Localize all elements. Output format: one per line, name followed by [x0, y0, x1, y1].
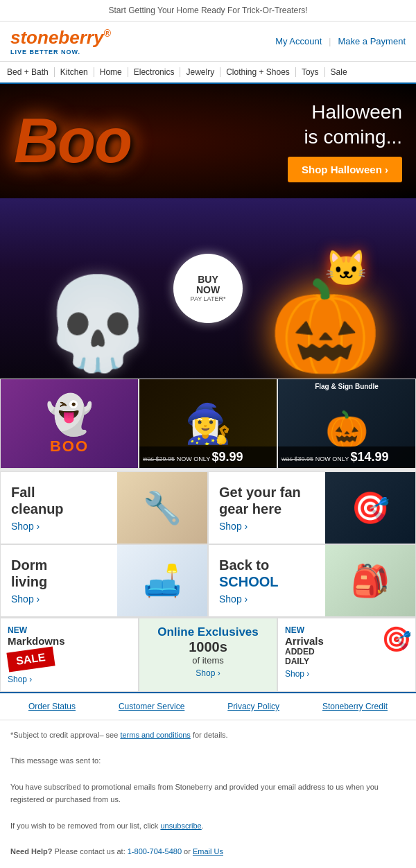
fall-icon: 🔧	[143, 489, 182, 526]
promo-exclusives[interactable]: Online Exclusives 1000s of items Shop ›	[139, 618, 277, 692]
promo-cell-fall[interactable]: Fallcleanup Shop › 🔧	[0, 471, 208, 544]
buy-now-badge: BUY NOW PAY LATER*	[173, 254, 243, 323]
promo-cell-dorm[interactable]: Dormliving Shop › 🛋️	[0, 544, 208, 617]
fan-text: Get your fan gear here Shop ›	[209, 474, 325, 542]
boo-product-label: BOO	[46, 437, 94, 455]
header-links: My Account | Make a Payment	[275, 36, 406, 46]
nav-item-jewelry[interactable]: Jewelry	[180, 67, 220, 77]
footer-links: Order Status Customer Service Privacy Po…	[0, 692, 416, 720]
product-row: 👻 BOO 🧙‍♀️ was $29.95 NOW ONLY $9.99 Fla…	[0, 379, 416, 469]
nav-item-toys[interactable]: Toys	[296, 67, 325, 77]
hero-banner: Boo Halloween is coming... Shop Hallowee…	[0, 84, 416, 198]
witch-emoji: 🧙‍♀️	[184, 401, 232, 446]
remove-text: If you wish to be removed from our list,…	[10, 819, 406, 833]
credit-note: *Subject to credit approval– see terms a…	[10, 729, 406, 742]
fan-title: Get your fan gear here	[219, 484, 315, 517]
buy-now-line1: BUY	[198, 274, 218, 285]
nav-item-clothing[interactable]: Clothing + Shoes	[220, 67, 296, 77]
make-payment-link[interactable]: Make a Payment	[338, 36, 406, 46]
exclusives-shop[interactable]: Shop ›	[146, 668, 270, 678]
fan-shop-link[interactable]: Shop ›	[219, 521, 248, 532]
fan-image: 🎯	[325, 471, 415, 544]
footer-text: *Subject to credit approval– see terms a…	[0, 720, 416, 868]
phone-link[interactable]: 1-800-704-5480	[128, 847, 182, 856]
dorm-shop-link[interactable]: Shop ›	[11, 593, 40, 605]
nav-item-sale[interactable]: Sale	[325, 67, 353, 77]
dorm-text: Dormliving Shop ›	[1, 546, 117, 615]
product-showcase: 💀 🎃 🐱 BUY NOW PAY LATER*	[0, 198, 416, 379]
flag-now-label: NOW ONLY	[315, 455, 351, 462]
exclusives-of-items: of items	[146, 655, 270, 666]
dorm-image: 🛋️	[117, 544, 207, 617]
separator: |	[329, 37, 331, 46]
cat-decoration: 🐱	[324, 248, 367, 288]
product-cell-ghost[interactable]: 👻 BOO	[0, 379, 139, 469]
sent-to: This message was sent to:	[10, 754, 406, 767]
arrivals-icon: 🎯	[381, 625, 412, 654]
flag-emoji: 🎃	[325, 409, 368, 449]
email-link[interactable]: Email Us	[193, 847, 223, 856]
witch-now-label: NOW ONLY	[177, 455, 212, 462]
nav-item-kitchen[interactable]: Kitchen	[55, 67, 94, 77]
footer-link-order-status[interactable]: Order Status	[28, 702, 76, 711]
fan-icon: 🎯	[351, 489, 390, 526]
sale-badge: SALE	[6, 646, 55, 672]
promo-markdowns[interactable]: NEW Markdowns SALE Shop ›	[0, 618, 139, 692]
product-cell-witch[interactable]: 🧙‍♀️ was $29.95 NOW ONLY $9.99	[139, 379, 277, 469]
logo-tagline: LIVE BETTER NOW.	[10, 49, 111, 55]
promo-arrivals[interactable]: NEW Arrivals ADDED DAILY Shop › 🎯	[277, 618, 416, 692]
promo-grid: Fallcleanup Shop › 🔧 Get your fan gear h…	[0, 469, 416, 617]
dorm-title: Dormliving	[11, 557, 107, 590]
markdowns-title: Markdowns	[8, 635, 131, 647]
nav: Bed + Bath Kitchen Home Electronics Jewe…	[0, 62, 416, 84]
markdowns-shop[interactable]: Shop ›	[8, 675, 131, 684]
flag-was-price: was $39.95	[281, 455, 313, 462]
ghost-product: 👻 BOO	[46, 392, 94, 455]
header: stoneberry® LIVE BETTER NOW. My Account …	[0, 21, 416, 62]
witch-now-price: $9.99	[212, 450, 243, 464]
ghost-emoji: 👻	[46, 392, 94, 437]
hero-title-line2: is coming...	[304, 126, 402, 148]
product-cell-flag[interactable]: Flag & Sign Bundle 🎃 was $39.95 NOW ONLY…	[277, 379, 416, 469]
markdowns-new-label: NEW	[8, 625, 131, 635]
promo-cell-fan[interactable]: Get your fan gear here Shop › 🎯	[208, 471, 416, 544]
top-bar: Start Getting Your Home Ready For Trick-…	[0, 0, 416, 21]
need-help: Need Help? Please contact us at: 1-800-7…	[10, 845, 406, 858]
nav-item-home[interactable]: Home	[94, 67, 128, 77]
arrivals-shop[interactable]: Shop ›	[285, 669, 408, 679]
bottom-promo-row: NEW Markdowns SALE Shop › Online Exclusi…	[0, 617, 416, 692]
footer-link-credit[interactable]: Stoneberry Credit	[322, 702, 388, 711]
hero-title-line1: Halloween	[311, 101, 402, 123]
top-bar-text: Start Getting Your Home Ready For Trick-…	[109, 6, 308, 15]
dorm-icon: 🛋️	[143, 562, 182, 599]
terms-link[interactable]: terms and conditions	[120, 731, 191, 739]
fall-shop-link[interactable]: Shop ›	[11, 521, 40, 532]
fall-title: Fallcleanup	[11, 484, 107, 517]
fall-image: 🔧	[117, 471, 207, 544]
credit-note2: for details.	[191, 731, 228, 739]
credit-note-text: *Subject to credit approval– see	[10, 731, 120, 739]
shop-halloween-button[interactable]: Shop Halloween ›	[288, 157, 402, 182]
subscribed-text: You have subscribed to promotional email…	[10, 781, 406, 806]
arrivals-daily: DAILY	[285, 657, 408, 666]
flag-sign-label: Flag & Sign Bundle	[278, 383, 415, 390]
flag-now-price: $14.99	[351, 450, 389, 464]
unsubscribe-link[interactable]: unsubscribe	[160, 822, 201, 830]
school-title: Back toSCHOOL	[219, 557, 315, 590]
school-shop-link[interactable]: Shop ›	[219, 593, 248, 605]
logo: stoneberry® LIVE BETTER NOW.	[10, 27, 111, 55]
nav-item-electronics[interactable]: Electronics	[128, 67, 181, 77]
flag-price: was $39.95 NOW ONLY $14.99	[278, 446, 415, 468]
pay-later-text: PAY LATER*	[191, 295, 226, 302]
pumpkin-decoration: 🎃	[269, 281, 381, 372]
promo-cell-school[interactable]: Back toSCHOOL Shop › 🎒	[208, 544, 416, 617]
nav-item-bed-bath[interactable]: Bed + Bath	[7, 67, 55, 77]
my-account-link[interactable]: My Account	[275, 36, 322, 46]
footer-link-customer-service[interactable]: Customer Service	[119, 702, 184, 711]
school-text: Back toSCHOOL Shop ›	[209, 546, 325, 615]
school-image: 🎒	[325, 544, 415, 617]
skeleton-decoration: 💀	[42, 278, 154, 368]
footer-link-privacy[interactable]: Privacy Policy	[227, 702, 279, 711]
witch-was-price: was $29.95	[143, 455, 175, 462]
buy-now-line2: NOW	[196, 284, 220, 295]
